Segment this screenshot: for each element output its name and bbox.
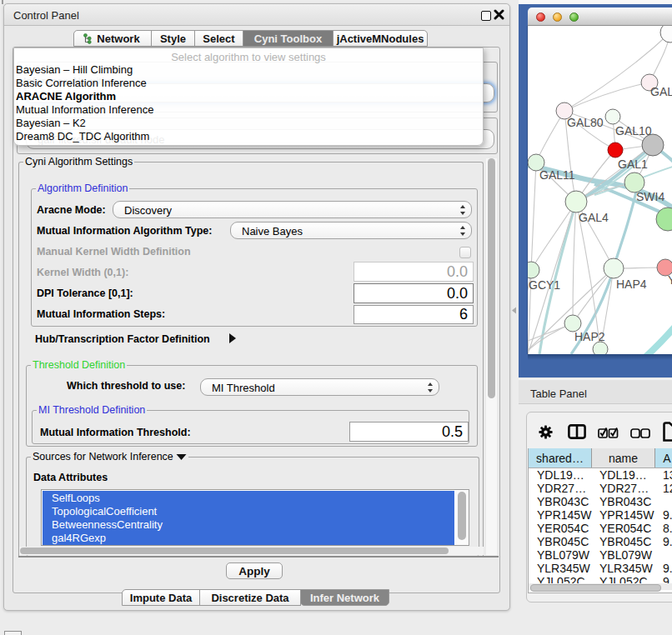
svg-text:GAL1: GAL1: [618, 158, 648, 171]
svg-text:HAP4: HAP4: [616, 278, 647, 291]
svg-text:GAL11: GAL11: [539, 168, 575, 182]
svg-text:GCY1: GCY1: [529, 278, 560, 292]
svg-text:GAL10: GAL10: [615, 124, 652, 138]
svg-text:GAL4: GAL4: [579, 211, 609, 224]
svg-text:HAP2: HAP2: [574, 330, 605, 343]
svg-text:Y: Y: [668, 273, 672, 287]
svg-text:GAL80: GAL80: [567, 116, 604, 129]
svg-text:GAL: GAL: [650, 85, 672, 98]
svg-text:SWI4: SWI4: [636, 190, 664, 203]
